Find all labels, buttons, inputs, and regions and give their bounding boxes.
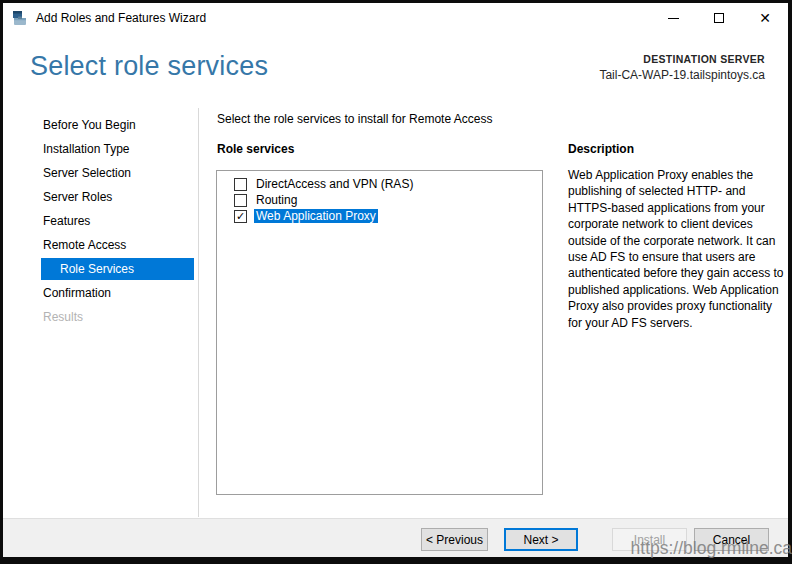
sidebar-item-remote-access[interactable]: Remote Access <box>3 233 198 257</box>
maximize-button[interactable] <box>696 3 742 33</box>
sidebar-item-before-you-begin[interactable]: Before You Begin <box>3 113 198 137</box>
wizard-steps-sidebar: Before You Begin Installation Type Serve… <box>3 113 198 329</box>
title-bar: Add Roles and Features Wizard ✕ <box>3 3 788 33</box>
wizard-window: Add Roles and Features Wizard ✕ Select r… <box>3 3 788 557</box>
role-service-row-web-application-proxy[interactable]: ✓ Web Application Proxy <box>217 208 542 224</box>
sidebar-item-features[interactable]: Features <box>3 209 198 233</box>
maximize-icon <box>714 13 724 23</box>
app-icon <box>12 10 28 26</box>
role-service-label[interactable]: DirectAccess and VPN (RAS) <box>254 177 415 191</box>
checkbox-checked-icon[interactable]: ✓ <box>234 210 247 223</box>
window-title: Add Roles and Features Wizard <box>36 11 206 25</box>
close-icon: ✕ <box>759 11 771 25</box>
destination-server-block: DESTINATION SERVER Tail-CA-WAP-19.tailsp… <box>599 53 765 82</box>
next-button[interactable]: Next > <box>504 528 578 551</box>
sidebar-item-server-selection[interactable]: Server Selection <box>3 161 198 185</box>
sidebar-item-installation-type[interactable]: Installation Type <box>3 137 198 161</box>
button-bar: < Previous Next > Install Cancel <box>3 518 788 557</box>
sidebar-item-role-services[interactable]: Role Services <box>41 258 194 280</box>
window-controls: ✕ <box>650 3 788 33</box>
sidebar-item-confirmation[interactable]: Confirmation <box>3 281 198 305</box>
minimize-button[interactable] <box>650 3 696 33</box>
destination-server-label: DESTINATION SERVER <box>599 53 765 65</box>
role-service-label[interactable]: Routing <box>254 193 299 207</box>
description-title: Description <box>568 142 634 156</box>
page-title: Select role services <box>30 51 268 82</box>
sidebar-item-server-roles[interactable]: Server Roles <box>3 185 198 209</box>
instruction-text: Select the role services to install for … <box>217 112 492 126</box>
sidebar-item-results: Results <box>3 305 198 329</box>
checkbox-unchecked-icon[interactable] <box>234 194 247 207</box>
checkbox-unchecked-icon[interactable] <box>234 178 247 191</box>
install-button[interactable]: Install <box>612 528 687 551</box>
destination-server-name: Tail-CA-WAP-19.tailspintoys.ca <box>599 68 765 82</box>
role-service-row-directaccess[interactable]: DirectAccess and VPN (RAS) <box>217 176 542 192</box>
sidebar-divider <box>198 108 199 517</box>
previous-button[interactable]: < Previous <box>421 528 488 551</box>
cancel-button[interactable]: Cancel <box>694 528 769 551</box>
minimize-icon <box>668 18 679 19</box>
role-services-label: Role services <box>217 142 294 156</box>
role-service-row-routing[interactable]: Routing <box>217 192 542 208</box>
role-service-label[interactable]: Web Application Proxy <box>254 209 378 223</box>
close-button[interactable]: ✕ <box>742 3 788 33</box>
role-services-listbox[interactable]: DirectAccess and VPN (RAS) Routing ✓ Web… <box>216 170 543 495</box>
description-body: Web Application Proxy enables the publis… <box>568 167 784 331</box>
